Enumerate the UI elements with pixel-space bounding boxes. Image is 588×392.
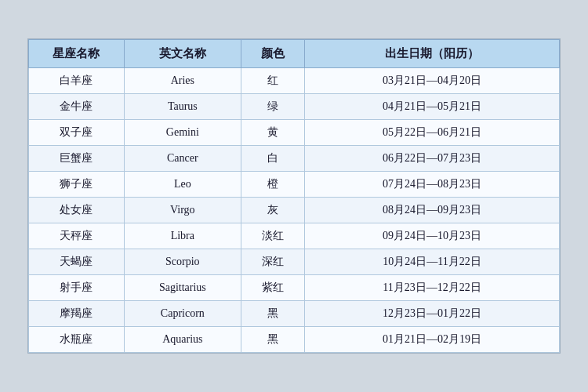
cell-date: 12月23日—01月22日 (305, 301, 560, 327)
cell-color: 黑 (241, 327, 304, 353)
table-body: 白羊座Aries红03月21日—04月20日金牛座Taurus绿04月21日—0… (29, 68, 560, 353)
cell-chinese: 天蝎座 (29, 249, 125, 275)
cell-date: 08月24日—09月23日 (305, 198, 560, 223)
cell-color: 绿 (241, 94, 304, 120)
header-color: 颜色 (241, 40, 304, 68)
cell-chinese: 双子座 (29, 120, 125, 146)
cell-english: Capricorn (124, 301, 241, 327)
cell-chinese: 狮子座 (29, 172, 125, 198)
header-date: 出生日期（阳历） (305, 40, 560, 68)
cell-color: 红 (241, 68, 304, 94)
cell-english: Aries (124, 68, 241, 94)
cell-color: 深红 (241, 249, 304, 275)
table-row: 金牛座Taurus绿04月21日—05月21日 (29, 94, 560, 120)
cell-chinese: 处女座 (29, 198, 125, 223)
table-row: 白羊座Aries红03月21日—04月20日 (29, 68, 560, 94)
cell-english: Taurus (124, 94, 241, 120)
cell-color: 灰 (241, 198, 304, 223)
table-row: 天蝎座Scorpio深红10月24日—11月22日 (29, 249, 560, 275)
cell-date: 11月23日—12月22日 (305, 275, 560, 301)
cell-date: 06月22日—07月23日 (305, 146, 560, 172)
cell-date: 05月22日—06月21日 (305, 120, 560, 146)
cell-chinese: 射手座 (29, 275, 125, 301)
table-row: 水瓶座Aquarius黑01月21日—02月19日 (29, 327, 560, 353)
cell-chinese: 水瓶座 (29, 327, 125, 353)
cell-chinese: 巨蟹座 (29, 146, 125, 172)
cell-english: Aquarius (124, 327, 241, 353)
cell-chinese: 金牛座 (29, 94, 125, 120)
cell-date: 09月24日—10月23日 (305, 223, 560, 249)
zodiac-table-container: 星座名称 英文名称 颜色 出生日期（阳历） 白羊座Aries红03月21日—04… (27, 38, 561, 354)
cell-color: 淡红 (241, 223, 304, 249)
cell-date: 03月21日—04月20日 (305, 68, 560, 94)
zodiac-table: 星座名称 英文名称 颜色 出生日期（阳历） 白羊座Aries红03月21日—04… (28, 39, 560, 353)
cell-chinese: 白羊座 (29, 68, 125, 94)
table-header-row: 星座名称 英文名称 颜色 出生日期（阳历） (29, 40, 560, 68)
cell-color: 紫红 (241, 275, 304, 301)
table-row: 摩羯座Capricorn黑12月23日—01月22日 (29, 301, 560, 327)
cell-english: Cancer (124, 146, 241, 172)
cell-date: 01月21日—02月19日 (305, 327, 560, 353)
cell-english: Libra (124, 223, 241, 249)
cell-date: 10月24日—11月22日 (305, 249, 560, 275)
cell-chinese: 天秤座 (29, 223, 125, 249)
cell-chinese: 摩羯座 (29, 301, 125, 327)
cell-english: Sagittarius (124, 275, 241, 301)
cell-color: 白 (241, 146, 304, 172)
cell-color: 黄 (241, 120, 304, 146)
header-chinese: 星座名称 (29, 40, 125, 68)
header-english: 英文名称 (124, 40, 241, 68)
cell-english: Scorpio (124, 249, 241, 275)
table-row: 狮子座Leo橙07月24日—08月23日 (29, 172, 560, 198)
cell-date: 04月21日—05月21日 (305, 94, 560, 120)
table-row: 射手座Sagittarius紫红11月23日—12月22日 (29, 275, 560, 301)
table-row: 处女座Virgo灰08月24日—09月23日 (29, 198, 560, 223)
table-row: 双子座Gemini黄05月22日—06月21日 (29, 120, 560, 146)
cell-english: Virgo (124, 198, 241, 223)
table-row: 巨蟹座Cancer白06月22日—07月23日 (29, 146, 560, 172)
cell-english: Leo (124, 172, 241, 198)
cell-color: 橙 (241, 172, 304, 198)
cell-date: 07月24日—08月23日 (305, 172, 560, 198)
cell-color: 黑 (241, 301, 304, 327)
table-row: 天秤座Libra淡红09月24日—10月23日 (29, 223, 560, 249)
cell-english: Gemini (124, 120, 241, 146)
